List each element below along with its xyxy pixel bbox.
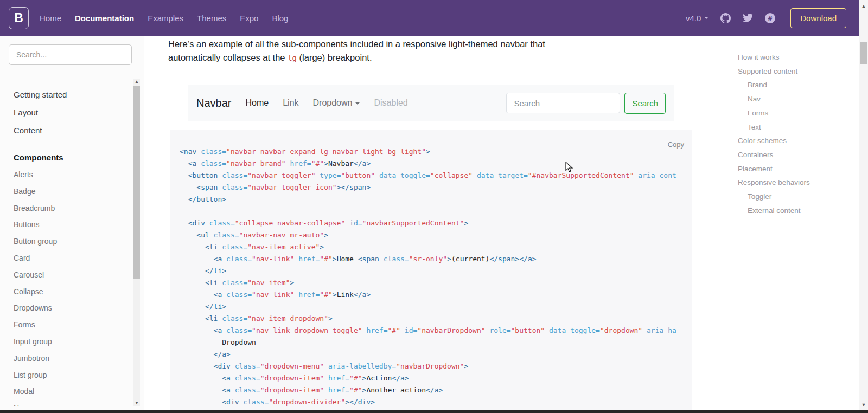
github-icon[interactable]	[720, 13, 731, 23]
scroll-down-icon[interactable]: ▼	[133, 400, 140, 406]
code-line: <div class="dropdown-divider"></div>	[180, 396, 684, 408]
top-navbar: B HomeDocumentationExamplesThemesExpoBlo…	[0, 0, 868, 36]
sidebar-item-input-group[interactable]: Input group	[14, 333, 133, 350]
toc-item-brand[interactable]: Brand	[738, 78, 848, 92]
page-scroll-up-icon[interactable]: ▲	[859, 3, 868, 9]
toc-item-containers[interactable]: Containers	[738, 148, 848, 162]
twitter-icon[interactable]	[743, 14, 753, 22]
code-line: </li>	[180, 265, 684, 277]
page-scrollbar[interactable]: ▲ ▼	[859, 0, 868, 413]
example-navbar-brand[interactable]: Navbar	[196, 97, 231, 109]
page-scroll-down-icon[interactable]: ▼	[859, 402, 868, 408]
sidebar-group-layout[interactable]: Layout	[14, 104, 133, 121]
sidebar-item-buttons[interactable]: Buttons	[14, 216, 133, 233]
code-line: <a class="nav-link dropdown-toggle" href…	[180, 325, 684, 337]
example-nav-link-disabled: Disabled	[374, 98, 407, 108]
intro-paragraph: Here’s an example of all the sub-compone…	[168, 37, 559, 64]
code-line: <li class="nav-item active">	[180, 241, 684, 253]
code-block: Copy <nav class="navbar navbar-expand-lg…	[170, 130, 692, 413]
search-input[interactable]	[9, 44, 132, 65]
bootstrap-logo[interactable]: B	[9, 7, 29, 29]
code-line: <div class="collapse navbar-collapse" id…	[180, 217, 684, 229]
code-line: <ul class="navbar-nav mr-auto">	[180, 229, 684, 241]
code-line: <a class="dropdown-item" href="#">Anothe…	[180, 384, 684, 396]
page-scrollbar-thumb[interactable]	[860, 42, 867, 64]
toc-item-forms[interactable]: Forms	[738, 106, 848, 120]
toc-item-toggler[interactable]: Toggler	[738, 190, 848, 204]
code-line: <a class="nav-link" href="#">Home <span …	[180, 253, 684, 265]
example-nav-link-home[interactable]: Home	[245, 98, 269, 108]
sidebar-item-breadcrumb[interactable]: Breadcrumb	[14, 200, 133, 217]
slack-icon[interactable]: #	[765, 13, 775, 23]
sidebar-item-card[interactable]: Card	[14, 250, 133, 267]
code-line: <a class="dropdown-item" href="#">Action…	[180, 372, 684, 384]
download-button[interactable]: Download	[790, 8, 846, 28]
code-line: <button class="navbar-toggler" type="but…	[180, 170, 684, 182]
header-nav: HomeDocumentationExamplesThemesExpoBlog	[40, 14, 302, 23]
sidebar-item-badge[interactable]: Badge	[14, 183, 133, 200]
code-line: <li class="nav-item">	[180, 277, 684, 289]
sidebar-item-navs[interactable]: Navs	[14, 400, 133, 406]
header-link-themes[interactable]: Themes	[197, 14, 226, 23]
chevron-down-icon	[355, 102, 360, 105]
sidebar-item-jumbotron[interactable]: Jumbotron	[14, 350, 133, 367]
sidebar-item-carousel[interactable]: Carousel	[14, 267, 133, 283]
sidebar-item-collapse[interactable]: Collapse	[14, 283, 133, 300]
code-line: <li class="nav-item dropdown">	[180, 313, 684, 325]
sidebar-nav: Getting startedLayoutContentComponentsAl…	[0, 79, 133, 406]
live-example-box: Navbar HomeLinkDropdownDisabled Search	[170, 76, 692, 130]
version-label: v4.0	[686, 14, 701, 23]
code-lines: <nav class="navbar navbar-expand-lg navb…	[180, 146, 684, 413]
example-search-input[interactable]	[506, 93, 620, 113]
header-right: v4.0 # Download	[686, 8, 846, 28]
code-line: </button>	[180, 193, 684, 205]
toc-item-placement[interactable]: Placement	[738, 162, 848, 176]
sidebar-item-alerts[interactable]: Alerts	[14, 166, 133, 183]
code-line: Dropdown	[180, 337, 684, 349]
table-of-contents: How it worksSupported contentBrandNavFor…	[724, 50, 848, 217]
toc-item-how-it-works[interactable]: How it works	[738, 50, 848, 64]
sidebar-scrollbar[interactable]: ▲ ▼	[133, 79, 140, 406]
sidebar-item-list-group[interactable]: List group	[14, 367, 133, 384]
inline-code-lg: lg	[288, 54, 297, 62]
code-line: </a>	[180, 349, 684, 360]
sidebar-group-components[interactable]: Components	[14, 149, 133, 166]
sidebar: Getting startedLayoutContentComponentsAl…	[0, 36, 144, 413]
example-search-button[interactable]: Search	[624, 93, 666, 114]
sidebar-scrollbar-thumb[interactable]	[133, 86, 140, 279]
header-link-expo[interactable]: Expo	[240, 14, 258, 23]
code-line: <nav class="navbar navbar-expand-lg navb…	[180, 146, 684, 158]
code-line: </li>	[180, 301, 684, 313]
intro-text-after: (large) breakpoint.	[297, 53, 372, 62]
chevron-down-icon	[704, 17, 709, 19]
copy-button[interactable]: Copy	[668, 140, 684, 149]
code-line	[180, 205, 684, 217]
code-line: <a class="navbar-brand" href="#">Navbar<…	[180, 158, 684, 170]
sidebar-item-forms[interactable]: Forms	[14, 317, 133, 333]
version-dropdown[interactable]: v4.0	[686, 14, 709, 23]
sidebar-item-modal[interactable]: Modal	[14, 383, 133, 400]
example-navbar: Navbar HomeLinkDropdownDisabled Search	[188, 85, 674, 121]
header-link-blog[interactable]: Blog	[272, 14, 288, 23]
sidebar-group-getting-started[interactable]: Getting started	[14, 86, 133, 104]
scroll-up-icon[interactable]: ▲	[133, 79, 140, 85]
code-line: <a class="nav-link" href="#">Link</a>	[180, 289, 684, 301]
sidebar-item-button-group[interactable]: Button group	[14, 233, 133, 250]
toc-item-text[interactable]: Text	[738, 120, 848, 134]
code-line: <div class="dropdown-menu" aria-labelled…	[180, 360, 684, 372]
toc-item-color-schemes[interactable]: Color schemes	[738, 134, 848, 148]
sidebar-item-dropdowns[interactable]: Dropdowns	[14, 300, 133, 317]
header-link-examples[interactable]: Examples	[148, 14, 183, 23]
toc-item-supported-content[interactable]: Supported content	[738, 64, 848, 79]
toc-item-external-content[interactable]: External content	[738, 204, 848, 218]
example-nav-link-link[interactable]: Link	[283, 98, 298, 108]
sidebar-group-content[interactable]: Content	[14, 121, 133, 139]
example-navbar-links: HomeLinkDropdownDisabled	[245, 98, 422, 108]
header-link-home[interactable]: Home	[40, 14, 61, 23]
window-bottom-edge	[0, 410, 868, 413]
code-line: <span class="navbar-toggler-icon"></span…	[180, 182, 684, 193]
header-link-documentation[interactable]: Documentation	[75, 14, 134, 23]
example-nav-link-dropdown[interactable]: Dropdown	[313, 98, 360, 108]
toc-item-nav[interactable]: Nav	[738, 92, 848, 106]
toc-item-responsive-behaviors[interactable]: Responsive behaviors	[738, 176, 848, 190]
